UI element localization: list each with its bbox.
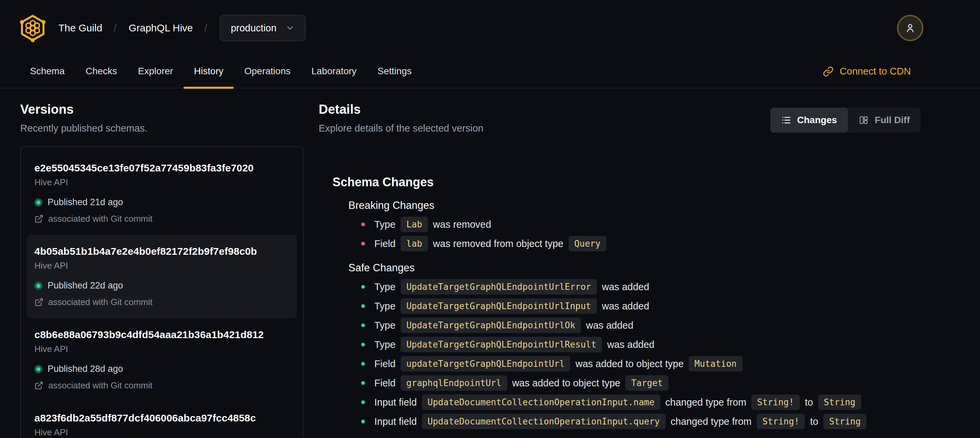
versions-panel: Versions Recently published schemas. e2e… bbox=[20, 102, 304, 438]
code-chip: UpdateDocumentCollectionOperationInput.q… bbox=[422, 414, 666, 430]
code-chip: UpdateTargetGraphQLEndpointUrlInput bbox=[401, 298, 597, 314]
schema-changes-title: Schema Changes bbox=[332, 175, 980, 189]
code-chip: String! bbox=[757, 414, 805, 430]
tab-settings[interactable]: Settings bbox=[367, 55, 422, 88]
versions-title: Versions bbox=[20, 102, 304, 117]
published-label: Published 28d ago bbox=[48, 364, 123, 374]
version-card[interactable]: c8b6e88a06793b9c4dfd54aaa21b36a1b421d812… bbox=[27, 318, 297, 401]
git-commit-label: associated with Git commit bbox=[48, 380, 153, 391]
change-text: to bbox=[810, 416, 818, 427]
version-card[interactable]: e2e55045345ce13fe07f52a77459b83fa3fe7020… bbox=[27, 151, 297, 235]
external-link-icon bbox=[34, 214, 43, 223]
git-commit-link[interactable]: associated with Git commit bbox=[34, 297, 290, 307]
breadcrumb-separator: / bbox=[204, 22, 207, 34]
version-card[interactable]: a823f6db2a55df877dcf406006abca97fcc4858c… bbox=[27, 401, 297, 438]
change-list-safe: TypeUpdateTargetGraphQLEndpointUrlErrorw… bbox=[319, 279, 980, 430]
view-toggle-changes[interactable]: Changes bbox=[770, 108, 848, 132]
git-commit-link[interactable]: associated with Git commit bbox=[34, 380, 290, 391]
tab-schema[interactable]: Schema bbox=[19, 55, 75, 88]
code-chip: String bbox=[818, 395, 861, 410]
external-link-icon bbox=[34, 298, 43, 307]
change-text: to bbox=[805, 397, 813, 408]
details-subtitle: Explore details of the selected version bbox=[319, 123, 483, 134]
version-published-row: Published 21d ago bbox=[34, 197, 290, 207]
change-text: Input field bbox=[374, 397, 417, 408]
version-service: Hive API bbox=[34, 344, 290, 354]
change-text: Type bbox=[374, 339, 396, 350]
view-toggle-label: Full Diff bbox=[875, 115, 910, 126]
version-card[interactable]: 4b05ab51b1b4a7e2e4b0ef82172f2b9f7ef98c0b… bbox=[27, 235, 297, 318]
link-icon bbox=[823, 66, 834, 77]
code-chip: Lab bbox=[401, 217, 428, 233]
version-service: Hive API bbox=[34, 427, 290, 438]
tab-explorer[interactable]: Explorer bbox=[127, 55, 183, 88]
change-item: Fieldlabwas removed from object typeQuer… bbox=[319, 236, 980, 252]
section-title-breaking: Breaking Changes bbox=[348, 199, 980, 212]
published-label: Published 22d ago bbox=[48, 280, 123, 291]
change-text: changed type from bbox=[671, 416, 752, 427]
change-text: Input field bbox=[374, 416, 417, 427]
breadcrumb-org[interactable]: The Guild bbox=[58, 22, 102, 34]
change-text: Field bbox=[374, 238, 396, 249]
version-hash: 4b05ab51b1b4a7e2e4b0ef82172f2b9f7ef98c0b bbox=[34, 246, 290, 257]
code-chip: Mutation bbox=[689, 356, 742, 372]
connect-cdn-link[interactable]: Connect to CDN bbox=[823, 66, 911, 77]
connect-cdn-label: Connect to CDN bbox=[840, 66, 911, 77]
version-hash: c8b6e88a06793b9c4dfd54aaa21b36a1b421d812 bbox=[34, 329, 290, 341]
code-chip: Query bbox=[569, 236, 606, 252]
change-text: Type bbox=[374, 219, 396, 230]
change-item: TypeUpdateTargetGraphQLEndpointUrlInputw… bbox=[319, 298, 980, 314]
chevron-down-icon bbox=[285, 23, 295, 33]
code-chip: updateTargetGraphQLEndpointUrl bbox=[401, 356, 571, 372]
tab-laboratory[interactable]: Laboratory bbox=[301, 55, 367, 88]
git-commit-label: associated with Git commit bbox=[48, 297, 153, 307]
code-chip: String! bbox=[751, 395, 800, 410]
section-title-safe: Safe Changes bbox=[348, 262, 980, 274]
change-text: was added bbox=[607, 339, 654, 350]
tab-checks[interactable]: Checks bbox=[75, 55, 127, 88]
target-selector-value: production bbox=[231, 22, 276, 34]
code-chip: graphqlEndpointUrl bbox=[401, 375, 507, 391]
list-icon bbox=[781, 115, 791, 125]
view-toggle-full-diff[interactable]: Full Diff bbox=[848, 108, 921, 132]
target-selector[interactable]: production bbox=[220, 15, 305, 41]
change-text: was added bbox=[602, 282, 649, 293]
code-chip: String bbox=[823, 414, 866, 430]
version-published-row: Published 22d ago bbox=[34, 280, 290, 291]
breadcrumb-project[interactable]: GraphQL Hive bbox=[129, 22, 193, 34]
view-toggle-label: Changes bbox=[797, 115, 837, 126]
breadcrumb-separator: / bbox=[114, 22, 116, 34]
change-text: Field bbox=[374, 377, 396, 389]
change-item: Input fieldUpdateDocumentCollectionOpera… bbox=[319, 394, 980, 410]
change-item: TypeUpdateTargetGraphQLEndpointUrlResult… bbox=[319, 336, 980, 353]
published-dot bbox=[34, 282, 43, 290]
code-chip: lab bbox=[401, 236, 428, 252]
user-menu-button[interactable] bbox=[897, 15, 923, 41]
change-item: TypeUpdateTargetGraphQLEndpointUrlErrorw… bbox=[319, 279, 980, 295]
change-text: was added to object type bbox=[512, 377, 620, 389]
external-link-icon bbox=[34, 381, 43, 390]
tab-history[interactable]: History bbox=[183, 55, 234, 88]
user-icon bbox=[904, 22, 916, 34]
change-text: Type bbox=[374, 320, 396, 331]
version-published-row: Published 28d ago bbox=[34, 364, 290, 374]
change-text: changed type from bbox=[665, 397, 746, 408]
git-commit-link[interactable]: associated with Git commit bbox=[34, 213, 290, 224]
change-text: was added bbox=[602, 301, 649, 312]
version-service: Hive API bbox=[34, 177, 290, 188]
main-nav: SchemaChecksExplorerHistoryOperationsLab… bbox=[19, 55, 422, 88]
schema-changes-sections: Breaking ChangesTypeLabwas removedFieldl… bbox=[319, 199, 980, 430]
code-chip: UpdateDocumentCollectionOperationInput.n… bbox=[422, 395, 660, 410]
change-item: Input fieldUpdateDocumentCollectionOpera… bbox=[319, 413, 980, 430]
published-dot bbox=[34, 365, 43, 373]
git-commit-label: associated with Git commit bbox=[48, 213, 153, 224]
tab-operations[interactable]: Operations bbox=[234, 55, 301, 88]
hive-logo-icon[interactable] bbox=[19, 14, 47, 42]
version-list: e2e55045345ce13fe07f52a77459b83fa3fe7020… bbox=[20, 146, 304, 438]
code-chip: UpdateTargetGraphQLEndpointUrlOk bbox=[401, 317, 581, 333]
change-text: was added to object type bbox=[575, 358, 684, 370]
change-item: TypeLabwas removed bbox=[319, 216, 980, 233]
change-item: FieldgraphqlEndpointUrlwas added to obje… bbox=[319, 375, 980, 391]
change-item: TypeUpdateTargetGraphQLEndpointUrlOkwas … bbox=[319, 317, 980, 333]
details-panel: Details Explore details of the selected … bbox=[319, 102, 980, 438]
